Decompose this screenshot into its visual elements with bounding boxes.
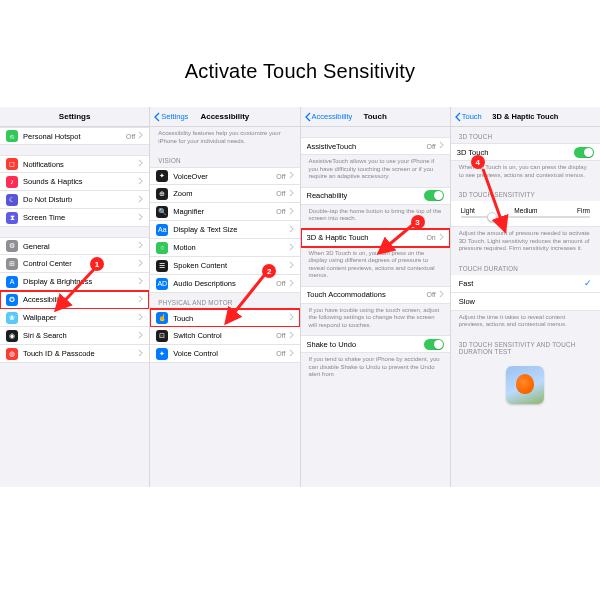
row-label: Screen Time	[23, 213, 138, 222]
intro-text: Accessibility features help you customiz…	[150, 127, 299, 151]
row-value: Off	[427, 143, 436, 150]
panel-3d-haptic: Touch 3D & Haptic Touch 3D TOUCH 3D Touc…	[451, 107, 600, 487]
hourglass-icon: ⧗	[6, 212, 18, 224]
moon-icon: ☾	[6, 194, 18, 206]
row-text-size[interactable]: AaDisplay & Text Size	[150, 221, 299, 239]
row-screentime[interactable]: ⧗Screen Time	[0, 209, 149, 227]
switch-icon: ⊞	[6, 258, 18, 270]
page-title: Activate Touch Sensitivity	[0, 0, 600, 107]
row-sounds[interactable]: ♪Sounds & Haptics	[0, 173, 149, 191]
magnifier-icon: 🔍	[156, 206, 168, 218]
sens-desc: Adjust the amount of pressure needed to …	[451, 227, 600, 259]
reachability-toggle[interactable]	[424, 190, 444, 201]
row-assistivetouch[interactable]: AssistiveTouchOff	[301, 137, 450, 155]
chevron-right-icon	[138, 295, 143, 305]
row-personal-hotspot[interactable]: ⎋Personal HotspotOff	[0, 127, 149, 145]
row-shake-undo[interactable]: Shake to Undo	[301, 335, 450, 353]
chevron-right-icon	[138, 213, 143, 223]
link-icon: ⎋	[6, 130, 18, 142]
row-siri[interactable]: ◉Siri & Search	[0, 327, 149, 345]
chevron-right-icon	[289, 261, 294, 271]
shake-desc: If you tend to shake your iPhone by acci…	[301, 353, 450, 385]
row-value: Off	[276, 332, 285, 339]
row-label: Reachability	[307, 191, 424, 200]
row-slow[interactable]: Slow	[451, 293, 600, 311]
voice-icon: ✦	[156, 348, 168, 360]
row-touchid[interactable]: ◍Touch ID & Passcode	[0, 345, 149, 363]
zoom-icon: ⊕	[156, 188, 168, 200]
header-title: Accessibility	[150, 112, 299, 121]
test-image-flower[interactable]	[506, 366, 544, 404]
chevron-right-icon	[289, 331, 294, 341]
audio-icon: AD	[156, 278, 168, 290]
chevron-right-icon	[138, 277, 143, 287]
header-title: Touch	[301, 112, 450, 121]
chevron-right-icon	[289, 189, 294, 199]
row-value: Off	[276, 190, 285, 197]
section-3dtouch: 3D TOUCH	[451, 127, 600, 143]
row-label: Touch ID & Passcode	[23, 349, 138, 358]
flower-icon: ❀	[6, 312, 18, 324]
section-sensitivity: 3D TOUCH SENSITIVITY	[451, 185, 600, 201]
chevron-right-icon	[138, 195, 143, 205]
row-label: VoiceOver	[173, 172, 276, 181]
bell-icon: ◻	[6, 158, 18, 170]
row-dnd[interactable]: ☾Do Not Disturb	[0, 191, 149, 209]
panels: Settings ⎋Personal HotspotOff ◻Notificat…	[0, 107, 600, 487]
row-label: AssistiveTouch	[307, 142, 427, 151]
row-general[interactable]: ⚙General	[0, 237, 149, 255]
sensitivity-slider[interactable]: LightMediumFirm	[451, 201, 600, 227]
row-value: Off	[126, 133, 135, 140]
row-value: Off	[427, 291, 436, 298]
touch-icon: ☝	[156, 312, 168, 324]
row-zoom[interactable]: ⊕ZoomOff	[150, 185, 299, 203]
chevron-right-icon	[138, 349, 143, 359]
arrow-2	[220, 269, 270, 329]
chevron-right-icon	[289, 313, 294, 323]
row-label: Siri & Search	[23, 331, 138, 340]
row-label: Touch Accommodations	[307, 290, 427, 299]
row-label: Display & Text Size	[173, 225, 288, 234]
chevron-right-icon	[289, 171, 294, 181]
header-accessibility: Settings Accessibility	[150, 107, 299, 127]
chevron-right-icon	[289, 207, 294, 217]
arrow-4	[479, 165, 511, 237]
row-voiceover[interactable]: ✦VoiceOverOff	[150, 167, 299, 185]
chevron-right-icon	[138, 131, 143, 141]
row-value: Off	[276, 208, 285, 215]
fingerprint-icon: ◍	[6, 348, 18, 360]
3dtouch-toggle[interactable]	[574, 147, 594, 158]
row-value: On	[426, 234, 435, 241]
chevron-right-icon	[138, 331, 143, 341]
row-magnifier[interactable]: 🔍MagnifierOff	[150, 203, 299, 221]
row-label: Motion	[173, 243, 288, 252]
motion-icon: ○	[156, 242, 168, 254]
panel-accessibility: Settings Accessibility Accessibility fea…	[150, 107, 300, 487]
voiceover-icon: ✦	[156, 170, 168, 182]
slider-light: Light	[461, 207, 475, 214]
panel-touch: Accessibility Touch AssistiveTouchOff As…	[301, 107, 451, 487]
switch-control-icon: ⊡	[156, 330, 168, 342]
slider-firm: Firm	[577, 207, 590, 214]
row-reachability[interactable]: Reachability	[301, 187, 450, 205]
row-notifications[interactable]: ◻Notifications	[0, 155, 149, 173]
row-label: Slow	[459, 297, 475, 306]
section-test: 3D TOUCH SENSITIVITY AND TOUCH DURATION …	[451, 335, 600, 358]
shake-toggle[interactable]	[424, 339, 444, 350]
row-touch-accom[interactable]: Touch AccommodationsOff	[301, 286, 450, 304]
row-label: Switch Control	[173, 331, 276, 340]
check-icon: ✓	[584, 278, 592, 288]
chevron-right-icon	[289, 279, 294, 289]
chevron-right-icon	[439, 141, 444, 151]
chevron-right-icon	[138, 313, 143, 323]
row-label: Do Not Disturb	[23, 195, 138, 204]
assistive-desc: AssistiveTouch allows you to use your iP…	[301, 155, 450, 187]
spacer	[0, 227, 149, 237]
row-switch-control[interactable]: ⊡Switch ControlOff	[150, 327, 299, 345]
row-fast[interactable]: Fast✓	[451, 275, 600, 293]
header-title: 3D & Haptic Touch	[451, 112, 600, 121]
row-label: General	[23, 242, 138, 251]
chevron-right-icon	[439, 290, 444, 300]
row-voice-control[interactable]: ✦Voice ControlOff	[150, 345, 299, 363]
row-motion[interactable]: ○Motion	[150, 239, 299, 257]
